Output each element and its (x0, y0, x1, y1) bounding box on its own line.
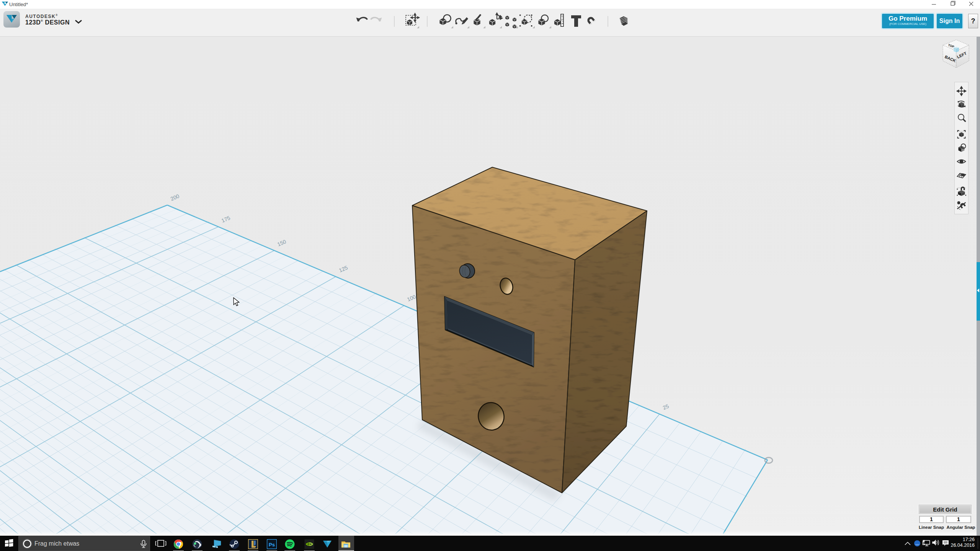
svg-text:Ps: Ps (269, 542, 275, 548)
svg-text:175: 175 (220, 215, 231, 224)
svg-text:200: 200 (170, 193, 180, 202)
svg-text:100: 100 (406, 293, 417, 303)
svg-text:25: 25 (662, 403, 670, 411)
svg-text:150: 150 (276, 238, 287, 248)
svg-text:125: 125 (338, 264, 349, 274)
